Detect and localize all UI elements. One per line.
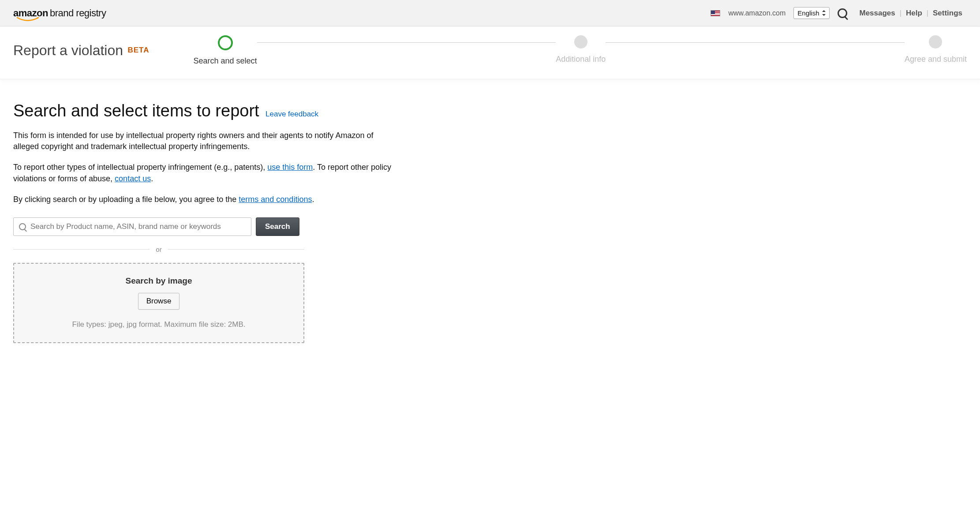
- language-select[interactable]: English: [793, 7, 829, 19]
- us-flag-icon: [711, 10, 720, 16]
- step-label: Additional info: [556, 55, 606, 64]
- step-search-select: Search and select: [194, 35, 257, 66]
- search-button[interactable]: Search: [256, 217, 299, 236]
- nav-messages[interactable]: Messages: [855, 9, 900, 18]
- step-indicator-icon: [929, 35, 942, 49]
- marketplace-domain: www.amazon.com: [728, 9, 785, 17]
- header-nav: Messages | Help | Settings: [855, 9, 967, 18]
- image-upload-dropzone[interactable]: Search by image Browse File types: jpeg,…: [13, 263, 304, 343]
- dropzone-title: Search by image: [23, 276, 295, 286]
- browse-button[interactable]: Browse: [138, 293, 180, 310]
- step-connector: [257, 42, 556, 43]
- brand-registry-logo[interactable]: amazon brand registry: [13, 7, 106, 19]
- page-title-wrap: Report a violation BETA: [13, 42, 150, 59]
- text-fragment: To report other types of intellectual pr…: [13, 163, 267, 172]
- text-fragment: .: [151, 174, 153, 183]
- dropzone-hint: File types: jpeg, jpg format. Maximum fi…: [23, 320, 295, 329]
- divider-line: [13, 249, 150, 250]
- amazon-smile-icon: [17, 17, 39, 22]
- logo-primary: amazon: [13, 7, 48, 19]
- main-heading: Search and select items to report: [13, 101, 259, 120]
- beta-badge: BETA: [127, 46, 149, 54]
- step-indicator-icon: [218, 35, 233, 50]
- step-agree-submit: Agree and submit: [905, 35, 967, 64]
- nav-help[interactable]: Help: [901, 9, 927, 18]
- main-content: Search and select items to report Leave …: [0, 79, 441, 365]
- subheader: Report a violation BETA Search and selec…: [0, 26, 980, 79]
- logo-secondary: brand registry: [50, 7, 106, 19]
- step-label: Search and select: [194, 56, 257, 66]
- step-connector: [606, 42, 905, 43]
- intro-paragraph: This form is intended for use by intelle…: [13, 130, 393, 152]
- use-this-form-link[interactable]: use this form: [267, 163, 313, 172]
- terms-paragraph: By clicking search or by uploading a fil…: [13, 194, 393, 205]
- language-value: English: [797, 9, 819, 17]
- search-icon[interactable]: [838, 8, 847, 18]
- contact-us-link[interactable]: contact us: [115, 174, 151, 183]
- step-label: Agree and submit: [905, 55, 967, 64]
- divider-line: [168, 249, 304, 250]
- page-title: Report a violation: [13, 42, 123, 58]
- step-indicator-icon: [574, 35, 587, 49]
- magnifier-icon: [19, 223, 26, 230]
- heading-row: Search and select items to report Leave …: [13, 101, 428, 120]
- text-fragment: .: [312, 195, 314, 204]
- step-additional-info: Additional info: [556, 35, 606, 64]
- or-divider: or: [13, 246, 304, 253]
- text-fragment: By clicking search or by uploading a fil…: [13, 195, 239, 204]
- search-row: Search: [13, 217, 428, 236]
- other-infringement-paragraph: To report other types of intellectual pr…: [13, 162, 393, 184]
- global-header: amazon brand registry www.amazon.com Eng…: [0, 0, 980, 26]
- search-input[interactable]: [30, 222, 246, 231]
- search-field-wrapper: [13, 217, 251, 236]
- terms-link[interactable]: terms and conditions: [239, 195, 312, 204]
- or-label: or: [150, 246, 168, 253]
- leave-feedback-link[interactable]: Leave feedback: [266, 110, 318, 118]
- progress-stepper: Search and select Additional info Agree …: [194, 35, 967, 66]
- nav-settings[interactable]: Settings: [928, 9, 967, 18]
